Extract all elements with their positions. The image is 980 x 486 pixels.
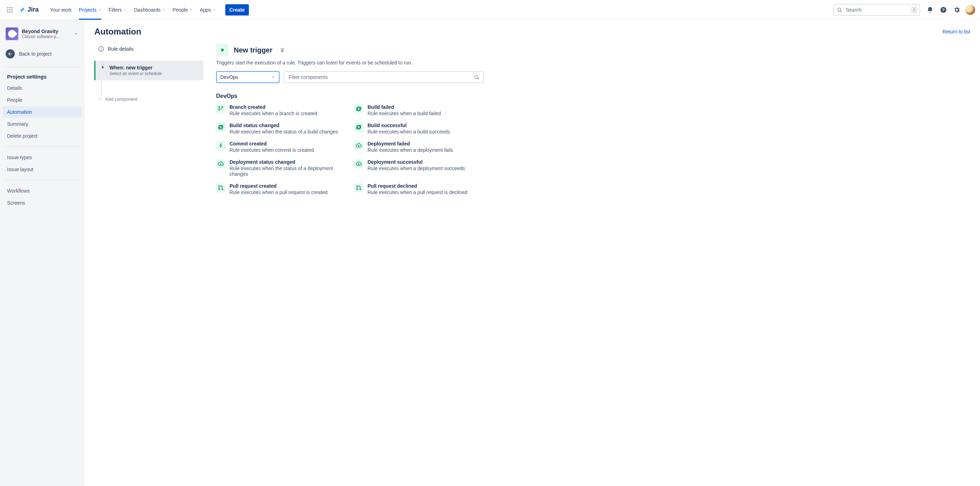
topnav-items: Your workProjectsFiltersDashboardsPeople… — [46, 0, 219, 20]
cloud-icon — [216, 159, 225, 168]
trigger-option-name: Branch created — [229, 104, 317, 110]
filter-components-input[interactable] — [288, 74, 471, 80]
trigger-panel: New trigger Triggers start the execution… — [216, 44, 484, 195]
sidebar-item-issue-layout[interactable]: Issue layout — [3, 164, 81, 175]
help-icon[interactable]: ? — [938, 4, 949, 16]
rule-details-label: Rule details — [108, 46, 134, 52]
sidebar-item-people[interactable]: People — [3, 94, 81, 106]
sidebar-section-title: Project settings — [3, 72, 81, 81]
delete-trigger-icon[interactable] — [280, 47, 285, 53]
trigger-option-desc: Rule executes when the status of a build… — [229, 129, 338, 134]
project-switcher[interactable]: Beyond Gravity Classic software p… — [3, 25, 81, 42]
add-node-icon — [98, 97, 102, 101]
category-select-value: DevOps — [220, 74, 238, 80]
sidebar-item-workflows[interactable]: Workflows — [3, 185, 81, 196]
rule-step-subtitle: Select an event or schedule — [110, 71, 162, 76]
trigger-option-pull-request-created[interactable]: Pull request createdRule executes when a… — [216, 183, 346, 195]
trigger-option-deployment-status-changed[interactable]: Deployment status changedRule executes w… — [216, 159, 346, 177]
trigger-option-name: Build status changed — [229, 123, 338, 128]
play-icon — [100, 65, 105, 76]
cloud-icon — [354, 159, 363, 168]
rule-step-trigger[interactable]: When: new trigger Select an event or sch… — [94, 61, 204, 80]
svg-point-4 — [10, 9, 11, 10]
trigger-option-branch-created[interactable]: Branch createdRule executes when a branc… — [216, 104, 346, 116]
search-kbd-hint: / — [911, 6, 917, 13]
svg-point-6 — [7, 11, 8, 12]
nav-item-label: Filters — [108, 7, 122, 13]
rule-details-button[interactable]: Rule details — [94, 44, 204, 54]
cycle-icon — [354, 104, 363, 113]
cycle-icon — [354, 123, 363, 132]
add-component-button[interactable]: Add component — [94, 97, 204, 102]
svg-point-0 — [7, 7, 8, 8]
trigger-option-pull-request-declined[interactable]: Pull request declinedRule executes when … — [354, 183, 484, 195]
sidebar-item-issue-types[interactable]: Issue types — [3, 152, 81, 163]
nav-item-your-work[interactable]: Your work — [46, 0, 75, 20]
topnav-icons: ? — [924, 4, 976, 16]
sidebar-item-screens[interactable]: Screens — [3, 197, 81, 209]
trigger-option-name: Build successful — [368, 123, 450, 128]
sidebar-item-details[interactable]: Details — [3, 83, 81, 94]
trigger-option-build-status-changed[interactable]: Build status changedRule executes when t… — [216, 123, 346, 134]
app-switcher-icon[interactable] — [4, 4, 16, 16]
svg-point-9 — [838, 8, 841, 11]
category-select[interactable]: DevOps — [216, 71, 280, 83]
trigger-option-desc: Rule executes when a branch is created — [229, 111, 317, 116]
trigger-option-deployment-successful[interactable]: Deployment successfulRule executes when … — [354, 159, 484, 177]
notifications-icon[interactable] — [924, 4, 935, 16]
trigger-option-desc: Rule executes when a pull request is dec… — [368, 190, 468, 195]
svg-point-1 — [10, 7, 11, 8]
nav-item-label: Apps — [200, 7, 211, 13]
chevron-down-icon — [123, 8, 127, 12]
create-button[interactable]: Create — [225, 4, 249, 16]
filter-components-field[interactable] — [284, 71, 484, 83]
trigger-option-desc: Rule executes when commit is created — [229, 147, 314, 153]
back-to-project[interactable]: Back to project — [3, 46, 81, 62]
nav-item-dashboards[interactable]: Dashboards — [130, 0, 169, 20]
svg-point-8 — [12, 11, 13, 12]
search-input[interactable] — [845, 7, 908, 13]
avatar[interactable] — [964, 4, 976, 16]
project-name: Beyond Gravity — [22, 29, 70, 34]
main-content: Automation Return to list Rule details W… — [84, 20, 980, 486]
jira-logo[interactable]: Jira — [17, 6, 41, 14]
search-icon — [474, 74, 479, 80]
trigger-option-commit-created[interactable]: Commit createdRule executes when commit … — [216, 141, 346, 153]
trigger-category-title: DevOps — [216, 93, 484, 99]
nav-item-apps[interactable]: Apps — [196, 0, 220, 20]
trigger-option-desc: Rule executes when a pull request is cre… — [229, 190, 328, 195]
search-box[interactable]: / — [833, 4, 920, 16]
trigger-option-desc: Rule executes when a deployment succeeds — [368, 166, 465, 171]
trigger-option-desc: Rule executes when a deployment fails — [368, 147, 453, 153]
chevron-down-icon — [73, 31, 78, 36]
trigger-description: Triggers start the execution of a rule. … — [216, 60, 484, 65]
cycle-icon — [216, 123, 225, 132]
nav-item-filters[interactable]: Filters — [105, 0, 130, 20]
nav-item-projects[interactable]: Projects — [75, 0, 105, 20]
sidebar-item-summary[interactable]: Summary — [3, 118, 81, 130]
commit-icon — [216, 141, 225, 150]
trigger-title: New trigger — [234, 46, 272, 54]
chevron-down-icon — [271, 75, 275, 79]
sidebar-item-automation[interactable]: Automation — [3, 106, 81, 118]
nav-item-people[interactable]: People — [169, 0, 196, 20]
pr-icon — [216, 183, 225, 192]
play-badge-icon — [216, 44, 229, 56]
nav-item-label: Your work — [50, 7, 72, 13]
svg-point-5 — [12, 9, 13, 10]
cloud-icon — [354, 141, 363, 150]
svg-point-7 — [10, 11, 11, 12]
trigger-option-name: Commit created — [229, 141, 314, 147]
branch-icon — [216, 104, 225, 113]
trigger-option-build-failed[interactable]: Build failedRule executes when a build f… — [354, 104, 484, 116]
trigger-option-name: Deployment successful — [368, 159, 465, 165]
sidebar-item-delete-project[interactable]: Delete project — [3, 130, 81, 142]
trigger-option-desc: Rule executes when a build failed — [368, 111, 441, 116]
trigger-option-name: Deployment failed — [368, 141, 453, 147]
trigger-option-deployment-failed[interactable]: Deployment failedRule executes when a de… — [354, 141, 484, 153]
nav-item-label: Projects — [79, 7, 97, 13]
trigger-option-build-successful[interactable]: Build successfulRule executes when a bui… — [354, 123, 484, 134]
trigger-option-name: Build failed — [368, 104, 441, 110]
return-to-list-link[interactable]: Return to list — [942, 29, 970, 35]
settings-icon[interactable] — [951, 4, 963, 16]
